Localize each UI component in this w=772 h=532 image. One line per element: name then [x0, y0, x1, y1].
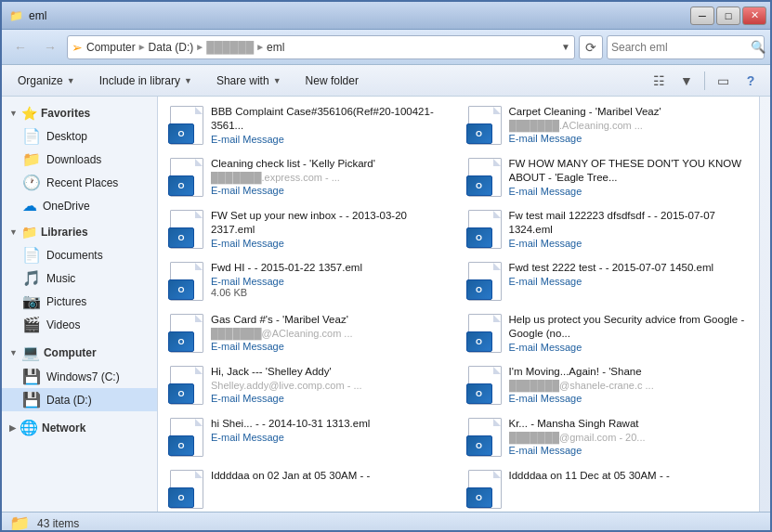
list-item[interactable]: O Gas Card #'s - 'Maribel Veaz' ███████@… [162, 308, 458, 358]
file-type-0: E-mail Message [211, 134, 451, 145]
back-button[interactable]: ← [7, 35, 33, 59]
libraries-label: Libraries [41, 226, 88, 239]
folder-icon: 📁 [9, 9, 23, 22]
organize-label: Organize [18, 74, 63, 87]
list-item[interactable]: O Hi, Jack --- 'Shelley Addy' Shelley.ad… [162, 360, 458, 410]
list-item[interactable]: O Cleaning check list - 'Kelly Pickard' … [162, 152, 458, 202]
file-meta-6: Fwd HI - - 2015-01-22 1357.eml E-mail Me… [211, 261, 451, 298]
list-item[interactable]: O hi Shei... - - 2014-10-31 1313.eml E-m… [162, 412, 458, 462]
outlook-overlay-14: O [168, 487, 194, 508]
list-item[interactable]: O Iddddaa on 11 Dec at 05 30AM - - [460, 464, 756, 512]
file-meta-14: Iddddaa on 02 Jan at 05 30AM - - [211, 469, 451, 483]
sidebar-item-documents[interactable]: 📄 Documents [2, 243, 157, 266]
file-type-11: E-mail Message [509, 393, 750, 404]
network-icon: 🌐 [20, 419, 38, 436]
address-part-computer[interactable]: Computer [86, 41, 136, 54]
outlook-overlay-5: O [466, 227, 492, 248]
favorites-header[interactable]: ▼ ⭐ Favorites [2, 102, 157, 124]
desktop-label: Desktop [46, 130, 87, 143]
file-icon-10: O [168, 365, 205, 406]
help-button[interactable]: ? [739, 69, 763, 93]
file-icon-13: O [466, 417, 504, 458]
toolbar-divider [704, 71, 705, 90]
sidebar-item-recent[interactable]: 🕐 Recent Places [2, 171, 157, 194]
file-meta-4: FW Set up your new inbox - - 2013-03-20 … [211, 209, 451, 249]
address-part-eml[interactable]: eml [267, 41, 284, 54]
sidebar-item-windows[interactable]: 💾 Windows7 (C:) [2, 365, 157, 388]
sidebar-item-pictures[interactable]: 📷 Pictures [2, 290, 157, 313]
file-type-6: E-mail Message [211, 276, 451, 287]
file-name-12: hi Shei... - - 2014-10-31 1313.eml [211, 417, 451, 431]
share-with-button[interactable]: Share with ▼ [208, 69, 290, 93]
address-part-hidden[interactable]: ██████ [206, 41, 254, 54]
file-name-0: BBB Complaint Case#356106(Ref#20-100421-… [211, 105, 451, 133]
file-icon-6: O [168, 261, 205, 302]
organize-button[interactable]: Organize ▼ [9, 69, 84, 93]
sidebar-item-data[interactable]: 💾 Data (D:) [2, 388, 157, 411]
sidebar-item-desktop[interactable]: 📄 Desktop [2, 124, 157, 148]
file-name-5: Fw test mail 122223 dfsdfsdf - - 2015-07… [509, 209, 750, 237]
minimize-button[interactable]: ─ [690, 6, 714, 25]
file-name-4: FW Set up your new inbox - - 2013-03-20 … [211, 209, 451, 237]
list-item[interactable]: O Fwd HI - - 2015-01-22 1357.eml E-mail … [162, 256, 458, 306]
forward-button[interactable]: → [37, 35, 63, 59]
new-folder-button[interactable]: New folder [297, 69, 367, 93]
nav-bar: ← → ➢ Computer ► Data (D:) ► ██████ ► em… [2, 30, 770, 65]
outlook-overlay-1: O [466, 123, 492, 144]
list-item[interactable]: O BBB Complaint Case#356106(Ref#20-10042… [162, 100, 458, 150]
favorites-arrow: ▼ [9, 109, 18, 118]
right-panel [759, 97, 770, 512]
file-meta-7: Fwd test 2222 test - - 2015-07-07 1450.e… [509, 261, 750, 287]
downloads-label: Downloads [46, 153, 101, 166]
sidebar-item-videos[interactable]: 🎬 Videos [2, 313, 157, 336]
title-bar: 📁 eml ─ □ ✕ [2, 2, 770, 30]
sidebar-item-downloads[interactable]: 📁 Downloads [2, 148, 157, 171]
address-dropdown-arrow[interactable]: ▼ [561, 42, 570, 52]
libraries-header[interactable]: ▼ 📁 Libraries [2, 221, 157, 243]
list-item[interactable]: O Iddddaa on 02 Jan at 05 30AM - - [162, 464, 458, 512]
new-folder-label: New folder [306, 74, 359, 87]
file-icon-14: O [168, 469, 205, 510]
maximize-button[interactable]: □ [716, 6, 740, 25]
network-header[interactable]: ▶ 🌐 Network [2, 415, 157, 440]
outlook-overlay-2: O [168, 175, 194, 196]
address-part-data[interactable]: Data (D:) [149, 41, 194, 54]
search-input[interactable] [611, 41, 751, 54]
windows-icon: 💾 [22, 368, 41, 385]
view-options-button[interactable]: ☷ [647, 69, 671, 93]
outlook-overlay-7: O [466, 279, 492, 300]
list-item[interactable]: O Help us protect you Security advice fr… [460, 308, 756, 358]
list-item[interactable]: O FW HOW MANY OF THESE DON'T YOU KNOW AB… [460, 152, 756, 202]
file-name-15: Iddddaa on 11 Dec at 05 30AM - - [509, 469, 750, 483]
preview-pane-button[interactable]: ▭ [711, 69, 735, 93]
list-item[interactable]: O I'm Moving...Again! - 'Shane ███████@s… [460, 360, 756, 410]
network-arrow: ▶ [9, 423, 16, 433]
list-item[interactable]: O Fw test mail 122223 dfsdfsdf - - 2015-… [460, 204, 756, 254]
list-item[interactable]: O Carpet Cleaning - 'Maribel Veaz' █████… [460, 100, 756, 150]
data-label: Data (D:) [46, 394, 92, 407]
file-subname-8: ███████@ACleaning.com ... [211, 327, 451, 340]
file-type-5: E-mail Message [509, 238, 750, 249]
file-name-8: Gas Card #'s - 'Maribel Veaz' [211, 313, 451, 327]
list-item[interactable]: O Fwd test 2222 test - - 2015-07-07 1450… [460, 256, 756, 306]
file-meta-0: BBB Complaint Case#356106(Ref#20-100421-… [211, 105, 451, 145]
file-name-7: Fwd test 2222 test - - 2015-07-07 1450.e… [509, 261, 750, 275]
windows-label: Windows7 (C:) [46, 370, 120, 383]
view-dropdown-button[interactable]: ▼ [674, 69, 699, 93]
file-name-2: Cleaning check list - 'Kelly Pickard' [211, 157, 451, 171]
list-item[interactable]: O Kr... - Mansha Singh Rawat ███████@gma… [460, 412, 756, 462]
close-button[interactable]: ✕ [742, 6, 766, 25]
title-bar-buttons: ─ □ ✕ [690, 6, 766, 25]
refresh-button[interactable]: ⟳ [579, 35, 603, 59]
address-bar[interactable]: ➢ Computer ► Data (D:) ► ██████ ► eml ▼ [67, 35, 575, 59]
sidebar-item-onedrive[interactable]: ☁ OneDrive [2, 194, 157, 217]
search-icon[interactable]: 🔍 [751, 40, 765, 54]
list-item[interactable]: O FW Set up your new inbox - - 2013-03-2… [162, 204, 458, 254]
include-library-button[interactable]: Include in library ▼ [91, 69, 201, 93]
outlook-overlay-15: O [466, 487, 492, 508]
search-box[interactable]: 🔍 [607, 35, 765, 59]
sidebar-item-music[interactable]: 🎵 Music [2, 266, 157, 290]
computer-header[interactable]: ▼ 💻 Computer [2, 340, 157, 365]
file-subname-10: Shelley.addy@live.comp.com - ... [211, 379, 451, 392]
onedrive-icon: ☁ [22, 197, 37, 214]
